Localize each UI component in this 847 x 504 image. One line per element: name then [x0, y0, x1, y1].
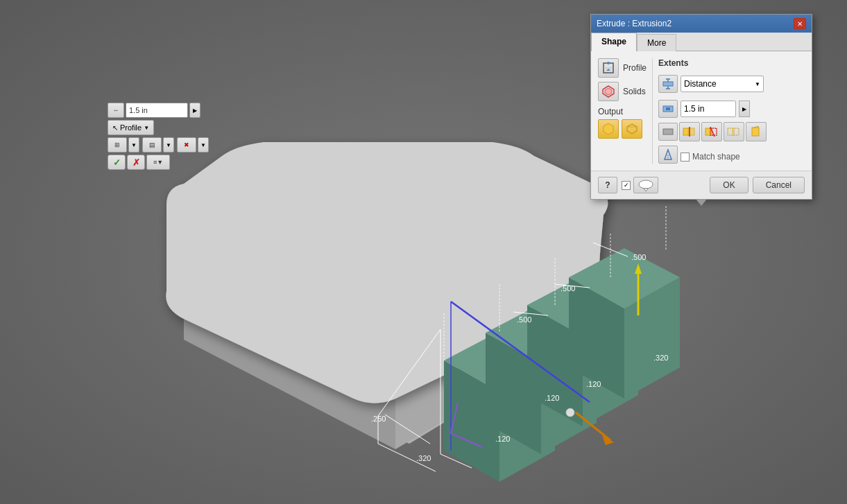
cancel-dialog-button[interactable]: Cancel	[753, 177, 805, 193]
svg-marker-54	[604, 123, 613, 134]
tool-btn-2-arrow[interactable]: ▼	[163, 137, 174, 153]
balloon-checkbox[interactable]: ✓	[622, 181, 631, 190]
profile-button[interactable]: ↖ Profile ▼	[108, 120, 154, 135]
svg-rect-74	[752, 128, 759, 136]
svg-text:.500: .500	[631, 253, 646, 261]
profile-select-icon	[601, 61, 615, 75]
profile-section-label: Profile	[623, 63, 647, 73]
tool-btn-3-arrow[interactable]: ▼	[198, 137, 209, 153]
dropdown-arrow-icon: ▼	[755, 81, 760, 87]
op-join-btn[interactable]	[679, 122, 700, 141]
dialog-arrow-pointer	[696, 199, 707, 206]
svg-point-50	[607, 62, 610, 64]
output-surface-btn[interactable]	[622, 119, 642, 139]
extents-type-icon[interactable]	[658, 75, 678, 93]
tool-btn-1-arrow[interactable]: ▼	[128, 137, 139, 153]
tab-more[interactable]: More	[637, 34, 676, 51]
solids-section-label: Solids	[623, 87, 646, 96]
profile-label: Profile	[120, 123, 142, 132]
op-new-icon	[748, 124, 764, 139]
match-shape-checkbox[interactable]	[681, 153, 690, 162]
svg-rect-57	[663, 82, 673, 86]
match-shape-label: Match shape	[692, 152, 740, 162]
svg-text:.500: .500	[561, 284, 575, 293]
dialog-tabs: Shape More	[591, 33, 812, 51]
op-icon-placeholder[interactable]	[658, 123, 678, 141]
extents-type-value: Distance	[684, 79, 717, 89]
extrude-dialog: Extrude : Extrusion2 ✕ Shape More	[590, 14, 812, 200]
dialog-body-inner: Profile Solids Output	[598, 58, 805, 164]
extents-value-icon[interactable]	[658, 100, 678, 118]
taper-icon-btn[interactable]	[658, 146, 678, 164]
solids-select-btn[interactable]	[598, 82, 619, 101]
dimension-row: ↔ 1.5 in ▶	[108, 103, 209, 118]
footer-right: OK Cancel	[710, 177, 805, 193]
panel-divider	[652, 58, 653, 164]
extents-type-row: Distance ▼	[658, 75, 805, 93]
svg-marker-80	[644, 189, 648, 191]
svg-marker-23	[602, 435, 614, 445]
cancel-x-icon: ✗	[132, 157, 140, 168]
extents-value-arrow[interactable]: ▶	[739, 101, 750, 117]
ok-button[interactable]: OK	[710, 177, 748, 193]
profile-row: ↖ Profile ▼	[108, 120, 209, 135]
svg-text:.320: .320	[653, 354, 668, 362]
dialog-footer: ? ✓ OK Cancel	[591, 171, 812, 199]
confirm-row: ✓ ✗ ≡▼	[108, 155, 209, 170]
footer-left: ? ✓	[598, 177, 658, 193]
output-icons-row	[598, 119, 647, 139]
op-new-btn[interactable]	[746, 122, 767, 141]
extents-label: Extents	[658, 58, 805, 68]
toolbar-left: ↔ 1.5 in ▶ ↖ Profile ▼ ⊞ ▼ ▤ ▼ ✖ ▼ ✓ ✗	[108, 103, 209, 170]
operation-row	[658, 122, 805, 141]
svg-text:.320: .320	[416, 454, 431, 462]
profile-dropdown-icon: ▼	[144, 125, 149, 131]
cancel-btn[interactable]: ✗	[127, 155, 145, 170]
op-cut-btn[interactable]	[701, 122, 722, 141]
svg-rect-73	[733, 128, 734, 135]
svg-text:.120: .120	[545, 394, 559, 402]
op-cut-icon	[704, 124, 719, 139]
output-section: Output	[598, 107, 647, 139]
left-panel: Profile Solids Output	[598, 58, 647, 164]
right-panel: Extents Distance	[658, 58, 805, 164]
help-icon: ?	[605, 180, 610, 190]
help-button[interactable]: ?	[598, 177, 617, 193]
extents-value-row: 1.5 in ▶	[658, 100, 805, 118]
svg-point-47	[566, 408, 574, 417]
tab-shape[interactable]: Shape	[591, 33, 637, 51]
svg-marker-53	[605, 88, 612, 95]
dialog-close-button[interactable]: ✕	[794, 18, 806, 29]
balloon-row: ✓	[622, 177, 658, 193]
dialog-title: Extrude : Extrusion2	[597, 19, 671, 28]
tool-btn-3[interactable]: ✖	[177, 137, 196, 153]
svg-text:.120: .120	[586, 380, 601, 388]
solids-section: Solids	[598, 82, 647, 101]
dialog-titlebar: Extrude : Extrusion2 ✕	[591, 15, 812, 33]
svg-marker-55	[627, 124, 637, 134]
balloon-icon[interactable]	[633, 177, 658, 193]
dialog-body: Profile Solids Output	[591, 51, 812, 171]
profile-select-btn[interactable]	[598, 58, 619, 78]
output-solid-btn[interactable]	[598, 119, 619, 139]
dimension-icon-btn[interactable]: ↔	[108, 103, 124, 118]
svg-rect-63	[666, 107, 670, 110]
op-intersect-icon	[726, 124, 742, 139]
svg-rect-64	[663, 129, 673, 134]
dimension-input[interactable]: 1.5 in	[126, 103, 188, 118]
taper-row: Match shape	[658, 146, 805, 164]
tool-btn-1[interactable]: ⊞	[108, 137, 127, 153]
dimension-arrow-btn[interactable]: ▶	[189, 103, 200, 118]
confirm-btn[interactable]: ✓	[108, 155, 126, 170]
options-icon: ≡▼	[153, 159, 163, 166]
options-btn[interactable]: ≡▼	[146, 155, 170, 170]
extents-type-dropdown[interactable]: Distance ▼	[681, 76, 764, 92]
extents-value-input[interactable]: 1.5 in	[681, 101, 736, 117]
tool-icons-row: ⊞ ▼ ▤ ▼ ✖ ▼	[108, 137, 209, 153]
match-shape-row: Match shape	[681, 152, 740, 162]
confirm-check-icon: ✓	[113, 157, 121, 168]
svg-text:.500: .500	[517, 315, 531, 324]
profile-section: Profile	[598, 58, 647, 78]
op-intersect-btn[interactable]	[724, 122, 744, 141]
tool-btn-2[interactable]: ▤	[142, 137, 162, 153]
